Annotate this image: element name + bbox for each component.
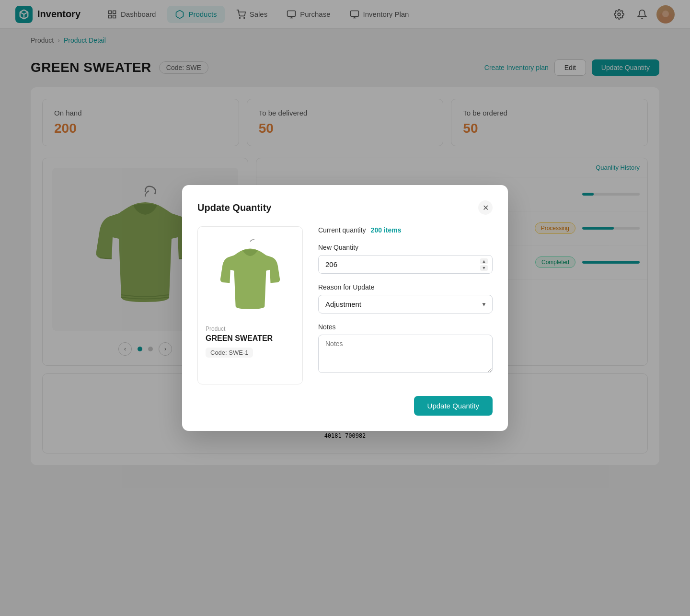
modal-title: Update Quantity bbox=[197, 202, 271, 213]
update-quantity-modal: Update Quantity ✕ Product GREEN SWEATER … bbox=[182, 185, 508, 431]
reason-label: Reason for Update bbox=[318, 283, 493, 291]
reason-select[interactable]: Adjustment Purchase Sale Return Other bbox=[318, 295, 493, 314]
new-qty-label: New Quantity bbox=[318, 244, 493, 251]
notes-label: Notes bbox=[318, 323, 493, 331]
reason-row: Reason for Update Adjustment Purchase Sa… bbox=[318, 283, 493, 314]
modal-form: Current quantity 200 items New Quantity … bbox=[318, 226, 493, 384]
current-qty-row: Current quantity 200 items bbox=[318, 226, 493, 234]
modal-product-name: GREEN SWEATER bbox=[206, 334, 273, 343]
new-quantity-row: New Quantity ▲ ▼ bbox=[318, 244, 493, 274]
qty-arrows: ▲ ▼ bbox=[480, 258, 488, 271]
current-qty-value: 200 items bbox=[371, 226, 402, 234]
new-qty-input-wrapper: ▲ ▼ bbox=[318, 255, 493, 274]
modal-close-button[interactable]: ✕ bbox=[478, 200, 493, 215]
current-qty-label: Current quantity bbox=[318, 226, 366, 234]
modal-header: Update Quantity ✕ bbox=[197, 200, 493, 215]
modal-product-code: Code: SWE-1 bbox=[206, 348, 253, 358]
qty-increase-button[interactable]: ▲ bbox=[480, 258, 488, 264]
reason-select-wrapper: Adjustment Purchase Sale Return Other ▼ bbox=[318, 295, 493, 314]
modal-product-label: Product bbox=[206, 325, 225, 332]
new-qty-input[interactable] bbox=[318, 255, 493, 274]
notes-row: Notes bbox=[318, 323, 493, 375]
modal-overlay[interactable]: Update Quantity ✕ Product GREEN SWEATER … bbox=[0, 0, 690, 616]
modal-product-image-panel: Product GREEN SWEATER Code: SWE-1 bbox=[197, 226, 303, 384]
notes-textarea[interactable] bbox=[318, 335, 493, 373]
update-quantity-modal-button[interactable]: Update Quantity bbox=[414, 396, 493, 416]
modal-body: Product GREEN SWEATER Code: SWE-1 Curren… bbox=[197, 226, 493, 384]
modal-footer: Update Quantity bbox=[197, 396, 493, 416]
qty-decrease-button[interactable]: ▼ bbox=[480, 265, 488, 271]
